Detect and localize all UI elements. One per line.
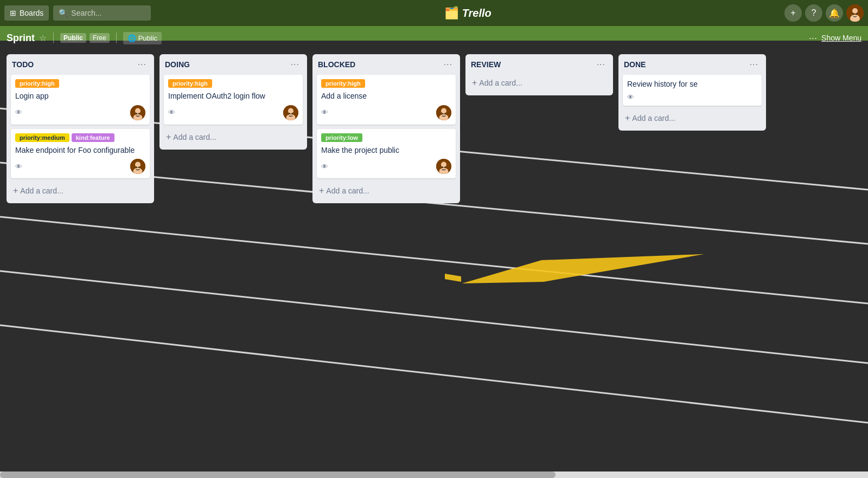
star-button[interactable]: ☆ xyxy=(39,33,47,43)
board-header-right: ··· Show Menu xyxy=(809,33,861,44)
list-menu-button-doing[interactable]: ··· xyxy=(289,59,302,70)
svg-rect-17 xyxy=(136,113,137,114)
nav-right: + ? 🔔 xyxy=(784,4,864,22)
svg-rect-37 xyxy=(442,166,443,168)
label-purple: kind:feature xyxy=(72,133,114,142)
svg-point-25 xyxy=(288,108,293,113)
card-avatar-card4 xyxy=(436,105,451,120)
list-title-todo: TODO xyxy=(12,60,34,69)
boards-label: Boards xyxy=(20,9,43,17)
watch-icon: 👁 xyxy=(15,163,22,171)
card-footer-card1: 👁 xyxy=(15,105,145,120)
watch-icon: 👁 xyxy=(627,93,634,101)
list-header-doing: DOING··· xyxy=(164,59,303,70)
card-footer-card3: 👁 xyxy=(168,105,298,120)
add-card-plus-icon: + xyxy=(319,186,324,196)
list-menu-button-review[interactable]: ··· xyxy=(595,59,608,70)
card-icons-card1: 👁 xyxy=(15,108,22,117)
list-title-done: DONE xyxy=(624,60,646,69)
svg-point-35 xyxy=(441,162,446,167)
label-green: priority:low xyxy=(321,133,362,142)
board-title: Sprint xyxy=(7,33,35,44)
list-menu-button-todo[interactable]: ··· xyxy=(136,59,149,70)
list-header-done: DONE··· xyxy=(623,59,762,70)
navbar: ⊞ Boards 🔍 🗂️ Trello + ? 🔔 xyxy=(0,0,868,26)
list-doing: DOING···priority:highImplement OAuth2 lo… xyxy=(159,54,307,150)
add-card-button-review[interactable]: + Add a card... xyxy=(470,75,609,91)
svg-rect-27 xyxy=(289,113,290,114)
add-card-button-todo[interactable]: + Add a card... xyxy=(11,183,150,199)
bell-icon: 🔔 xyxy=(829,8,840,18)
trello-logo: 🗂️ Trello xyxy=(444,6,492,20)
card-footer-card4: 👁 xyxy=(321,105,451,120)
card-labels-card1: priority:high xyxy=(15,79,145,88)
avatar[interactable] xyxy=(846,4,864,22)
help-button[interactable]: ? xyxy=(805,4,822,22)
svg-rect-18 xyxy=(139,113,140,114)
card-labels-card2: priority:mediumkind:feature xyxy=(15,133,145,142)
list-menu-button-blocked[interactable]: ··· xyxy=(442,59,455,70)
list-title-doing: DOING xyxy=(165,60,190,69)
list-menu-button-done[interactable]: ··· xyxy=(748,59,761,70)
add-card-label: Add a card... xyxy=(632,114,675,122)
card-title-card1: Login app xyxy=(15,91,145,102)
card-avatar-card3 xyxy=(283,105,298,120)
search-icon: 🔍 xyxy=(59,9,68,17)
boards-icon: ⊞ xyxy=(10,9,16,17)
nav-center: 🗂️ Trello xyxy=(155,6,780,20)
add-card-plus-icon: + xyxy=(13,186,18,196)
card-icons-card6: 👁 xyxy=(627,93,634,101)
card-card4[interactable]: priority:highAdd a license👁 xyxy=(317,75,456,125)
card-title-card4: Add a license xyxy=(321,91,451,102)
divider2 xyxy=(116,33,117,43)
add-card-button-blocked[interactable]: + Add a card... xyxy=(317,183,456,199)
svg-point-15 xyxy=(135,108,141,113)
card-icons-card3: 👁 xyxy=(168,108,175,117)
add-card-label: Add a card... xyxy=(326,186,369,195)
globe-label: Public xyxy=(138,34,157,42)
add-card-button-done[interactable]: + Add a card... xyxy=(623,110,762,126)
svg-point-20 xyxy=(135,162,141,167)
board-visibility-badge[interactable]: Public Free xyxy=(60,33,110,43)
svg-rect-12 xyxy=(853,13,854,15)
list-title-blocked: BLOCKED xyxy=(318,60,355,69)
card-icons-card2: 👁 xyxy=(15,163,22,171)
svg-rect-13 xyxy=(856,13,857,15)
card-card6[interactable]: Review history for se👁 xyxy=(623,75,762,106)
divider xyxy=(53,33,54,43)
search-input[interactable] xyxy=(71,9,147,17)
list-header-blocked: BLOCKED··· xyxy=(317,59,456,70)
add-button[interactable]: + xyxy=(784,4,802,22)
globe-icon: 🌐 xyxy=(127,34,136,42)
add-card-label: Add a card... xyxy=(20,186,63,195)
watch-icon: 👁 xyxy=(321,163,328,171)
card-avatar-card5 xyxy=(436,159,451,174)
card-icons-card4: 👁 xyxy=(321,108,328,117)
card-footer-card5: 👁 xyxy=(321,159,451,174)
horizontal-scrollbar[interactable] xyxy=(0,471,868,478)
svg-rect-38 xyxy=(445,166,446,168)
scrollbar-thumb[interactable] xyxy=(0,471,556,478)
card-card2[interactable]: priority:mediumkind:featureMake endpoint… xyxy=(11,129,150,179)
boards-button[interactable]: ⊞ Boards xyxy=(4,5,49,21)
card-card5[interactable]: priority:lowMake the project public👁 xyxy=(317,129,456,179)
svg-rect-28 xyxy=(292,113,293,114)
list-header-todo: TODO··· xyxy=(11,59,150,70)
list-blocked: BLOCKED···priority:highAdd a license👁 pr… xyxy=(312,54,460,203)
card-card3[interactable]: priority:highImplement OAuth2 login flow… xyxy=(164,75,303,125)
list-title-review: REVIEW xyxy=(471,60,501,69)
ellipsis-icon: ··· xyxy=(809,33,817,44)
add-card-button-doing[interactable]: + Add a card... xyxy=(164,129,303,145)
search-container: 🔍 xyxy=(53,5,151,21)
notifications-button[interactable]: 🔔 xyxy=(826,4,843,22)
card-title-card6: Review history for se xyxy=(627,79,757,90)
show-menu-button[interactable]: Show Menu xyxy=(821,34,861,42)
add-icon: + xyxy=(790,8,795,18)
board-globe-visibility[interactable]: 🌐 Public xyxy=(123,32,162,44)
free-badge: Free xyxy=(90,33,110,43)
label-orange: priority:high xyxy=(15,79,59,88)
card-labels-card4: priority:high xyxy=(321,79,451,88)
label-orange: priority:high xyxy=(168,79,212,88)
card-card1[interactable]: priority:highLogin app👁 xyxy=(11,75,150,125)
svg-rect-23 xyxy=(139,166,140,168)
